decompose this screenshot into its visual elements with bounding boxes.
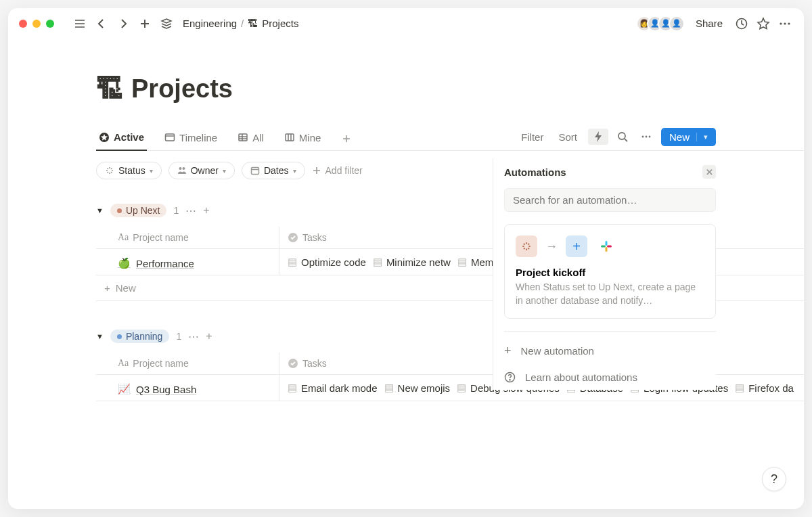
app-window: Engineering / 🏗 Projects 👩 👤 👤 👤 Share 🏗…	[8, 8, 804, 509]
project-icon: 📈	[118, 383, 131, 395]
svg-line-51	[524, 248, 525, 249]
breadcrumb-current[interactable]: Projects	[262, 18, 298, 29]
new-button[interactable]: New ▾	[661, 128, 716, 146]
svg-marker-24	[595, 131, 602, 142]
group-tag[interactable]: Up Next	[110, 204, 167, 217]
panel-row-label: Learn about automations	[525, 372, 637, 383]
maximize-window-icon[interactable]	[46, 20, 54, 28]
group-more-icon[interactable]: ⋯	[185, 204, 196, 217]
clock-icon[interactable]	[734, 16, 750, 32]
new-automation-button[interactable]: + New automation	[504, 331, 716, 365]
page-icon: ▤	[457, 256, 467, 268]
filter-owner[interactable]: Owner ▾	[168, 162, 235, 179]
svg-line-35	[108, 172, 108, 173]
chevron-down-icon: ▾	[150, 167, 153, 175]
page-icon: ▤	[288, 382, 297, 394]
svg-rect-40	[251, 168, 258, 175]
back-icon[interactable]	[93, 16, 110, 32]
page-title: 🏗 Projects	[96, 74, 804, 104]
svg-rect-54	[606, 241, 608, 246]
add-filter-button[interactable]: Add filter	[312, 165, 363, 176]
page-icon: ▤	[373, 256, 382, 268]
status-icon	[516, 235, 537, 257]
automation-search-input[interactable]	[504, 188, 716, 212]
search-icon[interactable]	[615, 129, 631, 145]
collaborator-avatars[interactable]: 👩 👤 👤 👤	[641, 16, 685, 32]
filter-label: Status	[118, 165, 145, 176]
card-icons: → +	[516, 235, 704, 257]
filter-button[interactable]: Filter	[517, 129, 547, 145]
svg-point-38	[179, 167, 181, 170]
svg-line-49	[528, 248, 529, 249]
forward-icon[interactable]	[115, 16, 131, 32]
breadcrumb-icon: 🏗	[248, 18, 258, 29]
automations-panel: Automations ✕ → + Project kickoff When S…	[493, 158, 716, 390]
tab-label: Mine	[299, 132, 321, 143]
svg-point-59	[510, 380, 510, 380]
automation-description: When Status set to Up Next, create a pag…	[516, 281, 704, 307]
add-filter-label: Add filter	[325, 165, 363, 176]
project-name[interactable]: 🍏 Performance	[118, 257, 194, 269]
menu-icon[interactable]	[72, 16, 88, 32]
automation-title: Project kickoff	[516, 267, 704, 278]
help-icon	[504, 372, 516, 383]
close-icon[interactable]: ✕	[702, 165, 716, 179]
stack-icon[interactable]	[158, 16, 175, 32]
svg-point-8	[780, 22, 782, 24]
group-more-icon[interactable]: ⋯	[188, 330, 199, 343]
tab-timeline[interactable]: Timeline	[162, 128, 220, 150]
filter-dates[interactable]: Dates ▾	[242, 162, 305, 179]
avatar[interactable]: 👤	[669, 16, 685, 32]
close-window-icon[interactable]	[19, 20, 27, 28]
group-add-icon[interactable]: +	[203, 204, 209, 217]
share-button[interactable]: Share	[690, 15, 728, 32]
slack-icon	[595, 235, 617, 257]
help-fab[interactable]: ?	[762, 467, 786, 491]
group-label: Up Next	[126, 205, 160, 216]
task-label: Firefox da	[748, 382, 794, 394]
svg-rect-13	[166, 134, 175, 141]
automations-icon[interactable]	[588, 129, 608, 145]
svg-line-37	[108, 168, 108, 169]
svg-rect-56	[606, 247, 608, 252]
svg-line-53	[524, 244, 525, 245]
chevron-down-icon[interactable]: ▾	[696, 133, 708, 141]
page-icon: ▤	[735, 382, 744, 394]
more-icon[interactable]	[777, 16, 793, 32]
sort-button[interactable]: Sort	[554, 129, 581, 145]
project-name[interactable]: 📈 Q3 Bug Bash	[118, 383, 196, 395]
add-view-icon[interactable]	[338, 131, 355, 147]
collapse-icon[interactable]: ▼	[96, 206, 104, 215]
col-project-name[interactable]: AaProject name	[96, 353, 279, 374]
group-tag[interactable]: Planning	[110, 330, 170, 343]
collapse-icon[interactable]: ▼	[96, 332, 104, 340]
learn-automations-button[interactable]: Learn about automations	[504, 365, 716, 390]
svg-marker-7	[758, 18, 769, 29]
automation-card[interactable]: → + Project kickoff When Status set to U…	[504, 224, 716, 319]
new-page-icon[interactable]	[137, 16, 153, 32]
breadcrumb-parent[interactable]: Engineering	[183, 18, 237, 29]
col-project-name[interactable]: AaProject name	[96, 227, 279, 248]
svg-marker-5	[162, 19, 171, 23]
star-icon[interactable]	[755, 16, 771, 32]
group-label: Planning	[126, 331, 163, 342]
view-more-icon[interactable]	[638, 129, 654, 145]
page-icon[interactable]: 🏗	[96, 74, 123, 104]
plus-icon: +	[104, 282, 110, 294]
svg-point-39	[182, 167, 185, 170]
tab-label: Timeline	[179, 132, 217, 143]
bullet-icon	[117, 208, 122, 213]
new-button-label: New	[669, 131, 690, 143]
svg-point-29	[649, 136, 651, 138]
tab-all[interactable]: All	[235, 128, 267, 150]
minimize-window-icon[interactable]	[32, 20, 41, 28]
traffic-lights	[19, 20, 54, 28]
new-row-label: New	[116, 282, 136, 294]
task-label: Email dark mode	[301, 382, 378, 394]
filter-status[interactable]: Status ▾	[96, 162, 162, 179]
svg-point-25	[618, 133, 625, 139]
page-title-text[interactable]: Projects	[131, 74, 233, 104]
tab-active[interactable]: Active	[96, 127, 147, 151]
tab-mine[interactable]: Mine	[281, 128, 324, 150]
group-add-icon[interactable]: +	[206, 330, 212, 343]
